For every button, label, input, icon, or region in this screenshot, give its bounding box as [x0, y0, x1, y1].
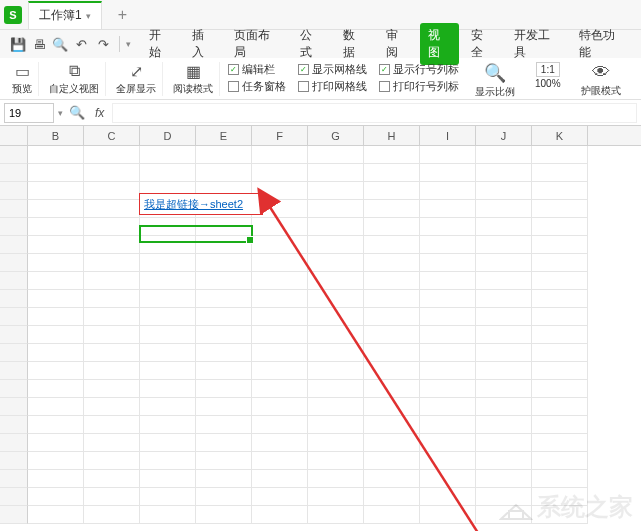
- cell[interactable]: [196, 218, 252, 236]
- cell[interactable]: [140, 146, 196, 164]
- cell[interactable]: [476, 182, 532, 200]
- cell[interactable]: [532, 416, 588, 434]
- cell[interactable]: [476, 434, 532, 452]
- row-header[interactable]: [0, 398, 28, 416]
- cell[interactable]: [308, 272, 364, 290]
- row-header[interactable]: [0, 308, 28, 326]
- cell[interactable]: [252, 344, 308, 362]
- cell[interactable]: [420, 254, 476, 272]
- cell[interactable]: [140, 272, 196, 290]
- cell[interactable]: [252, 218, 308, 236]
- cell[interactable]: [196, 362, 252, 380]
- cell[interactable]: [140, 290, 196, 308]
- cell[interactable]: [532, 254, 588, 272]
- formula-search-icon[interactable]: 🔍: [67, 103, 87, 123]
- name-box[interactable]: [4, 103, 54, 123]
- cell[interactable]: [28, 434, 84, 452]
- cell[interactable]: [140, 434, 196, 452]
- cell[interactable]: [140, 326, 196, 344]
- cell[interactable]: [196, 272, 252, 290]
- cell[interactable]: [28, 164, 84, 182]
- cell[interactable]: [420, 488, 476, 506]
- cell[interactable]: [196, 452, 252, 470]
- row-header[interactable]: [0, 434, 28, 452]
- cell[interactable]: [364, 380, 420, 398]
- cell[interactable]: [196, 416, 252, 434]
- cell[interactable]: [252, 398, 308, 416]
- column-header-G[interactable]: G: [308, 126, 364, 145]
- cell[interactable]: [196, 308, 252, 326]
- zoom-100-button[interactable]: 1:1 100%: [527, 62, 569, 89]
- cell[interactable]: [196, 326, 252, 344]
- redo-icon[interactable]: ↷: [94, 34, 113, 54]
- cell[interactable]: [364, 290, 420, 308]
- cell[interactable]: [84, 488, 140, 506]
- cell[interactable]: [532, 272, 588, 290]
- cell[interactable]: [420, 218, 476, 236]
- cell[interactable]: [252, 164, 308, 182]
- cell[interactable]: [252, 434, 308, 452]
- print-icon[interactable]: 🖶: [29, 34, 48, 54]
- cell[interactable]: [476, 272, 532, 290]
- cell[interactable]: [84, 146, 140, 164]
- check-任务窗格[interactable]: 任务窗格: [228, 79, 286, 94]
- ribbon-group-preview[interactable]: ▭ 预览: [6, 62, 39, 96]
- name-box-dropdown-icon[interactable]: ▾: [58, 108, 63, 118]
- column-header-I[interactable]: I: [420, 126, 476, 145]
- cell[interactable]: [28, 254, 84, 272]
- cell[interactable]: [140, 308, 196, 326]
- row-header[interactable]: [0, 470, 28, 488]
- cell[interactable]: [28, 416, 84, 434]
- column-header-B[interactable]: B: [28, 126, 84, 145]
- cell[interactable]: [140, 488, 196, 506]
- cell[interactable]: [364, 452, 420, 470]
- cell[interactable]: [308, 362, 364, 380]
- freeze-panes-button[interactable]: ▤ 冻结窗格: [633, 62, 641, 99]
- cell[interactable]: [532, 506, 588, 524]
- cell[interactable]: [308, 146, 364, 164]
- cell[interactable]: [84, 164, 140, 182]
- cell[interactable]: [420, 398, 476, 416]
- cell[interactable]: [252, 380, 308, 398]
- cell[interactable]: [140, 254, 196, 272]
- cell[interactable]: [28, 272, 84, 290]
- cell[interactable]: [140, 470, 196, 488]
- cell[interactable]: [28, 218, 84, 236]
- new-tab-button[interactable]: +: [110, 6, 135, 24]
- cell[interactable]: [476, 344, 532, 362]
- cell[interactable]: [196, 254, 252, 272]
- cell[interactable]: [364, 434, 420, 452]
- cell[interactable]: [476, 398, 532, 416]
- cell[interactable]: [364, 182, 420, 200]
- cell[interactable]: [420, 344, 476, 362]
- menu-tab-9[interactable]: 特色功能: [571, 23, 633, 65]
- cell[interactable]: [420, 380, 476, 398]
- cell[interactable]: [308, 236, 364, 254]
- cell[interactable]: [532, 164, 588, 182]
- fx-icon[interactable]: fx: [91, 106, 108, 120]
- check-显示网格线[interactable]: ✓显示网格线: [298, 62, 367, 77]
- select-all-corner[interactable]: [0, 126, 28, 145]
- cell[interactable]: [84, 362, 140, 380]
- cell[interactable]: [84, 452, 140, 470]
- cell[interactable]: [420, 452, 476, 470]
- column-header-J[interactable]: J: [476, 126, 532, 145]
- cell[interactable]: [364, 362, 420, 380]
- cell[interactable]: [140, 380, 196, 398]
- cell[interactable]: [84, 470, 140, 488]
- cell[interactable]: [252, 290, 308, 308]
- cell[interactable]: [476, 326, 532, 344]
- check-显示行号列标[interactable]: ✓显示行号列标: [379, 62, 459, 77]
- cell[interactable]: [140, 218, 196, 236]
- cell[interactable]: [476, 200, 532, 218]
- undo-icon[interactable]: ↶: [72, 34, 91, 54]
- cell[interactable]: [476, 452, 532, 470]
- cell[interactable]: [420, 200, 476, 218]
- row-header[interactable]: [0, 164, 28, 182]
- cell[interactable]: [252, 308, 308, 326]
- cell[interactable]: [252, 272, 308, 290]
- cell[interactable]: [364, 146, 420, 164]
- cell[interactable]: [532, 308, 588, 326]
- cell[interactable]: [84, 416, 140, 434]
- cell[interactable]: [476, 254, 532, 272]
